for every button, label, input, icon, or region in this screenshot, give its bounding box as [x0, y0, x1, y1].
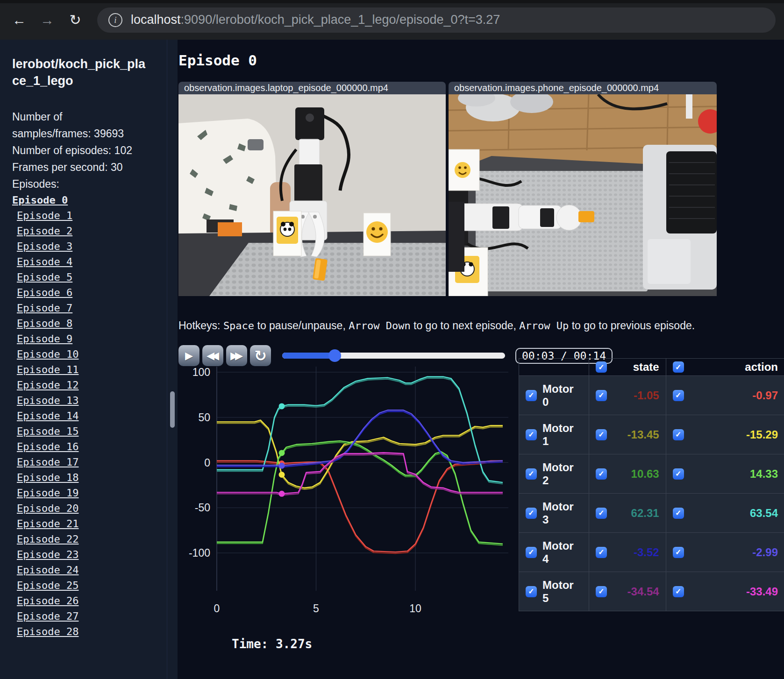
sidebar: lerobot/koch_pick_place_1_lego Number of… — [0, 40, 178, 679]
motor-action-checkbox[interactable]: ✓ — [673, 390, 684, 401]
motor-checkbox[interactable]: ✓ — [526, 468, 537, 480]
sidebar-scrollbar-track[interactable] — [167, 40, 178, 679]
motor-row: ✓Motor 2✓10.63✓14.33 — [519, 454, 784, 494]
motor-action-checkbox[interactable]: ✓ — [673, 508, 684, 519]
motor-action-value: 14.33 — [750, 467, 778, 481]
sidebar-item-episode-21[interactable]: Episode 21 — [17, 516, 178, 531]
sidebar-item-episode-5[interactable]: Episode 5 — [17, 269, 178, 285]
motor-action-checkbox[interactable]: ✓ — [673, 468, 684, 480]
seek-slider[interactable] — [282, 353, 505, 359]
motor-label: Motor 3 — [542, 500, 582, 526]
motor-checkbox[interactable]: ✓ — [526, 508, 537, 519]
sidebar-item-episode-0[interactable]: Episode 0 — [12, 192, 178, 208]
sidebar-item-episode-2[interactable]: Episode 2 — [17, 223, 178, 239]
sidebar-item-episode-14[interactable]: Episode 14 — [17, 408, 178, 424]
sidebar-item-episode-13[interactable]: Episode 13 — [17, 393, 178, 408]
action-column-checkbox[interactable]: ✓ — [673, 361, 684, 373]
sidebar-item-episode-22[interactable]: Episode 22 — [17, 531, 178, 547]
x-tick-label: 10 — [409, 602, 421, 615]
motor-row: ✓Motor 0✓-1.05✓-0.97 — [519, 376, 784, 415]
motor-state-checkbox[interactable]: ✓ — [596, 390, 607, 401]
current-time-marker-motor-3 — [279, 403, 285, 409]
sidebar-item-episode-24[interactable]: Episode 24 — [17, 562, 178, 578]
fast-forward-button[interactable]: ▶▶ — [226, 345, 247, 366]
y-tick-label: -50 — [195, 502, 210, 514]
motor-label: Motor 2 — [542, 461, 582, 487]
reload-icon[interactable]: ↻ — [64, 9, 86, 31]
panda-box — [273, 211, 301, 256]
motor-checkbox[interactable]: ✓ — [526, 390, 537, 401]
motor-state-checkbox[interactable]: ✓ — [596, 586, 607, 597]
sidebar-item-episode-1[interactable]: Episode 1 — [17, 208, 178, 223]
stat-line: samples/frames: 39693 — [12, 125, 162, 142]
motor-state-value: -13.45 — [627, 428, 659, 441]
address-bar[interactable]: i localhost:9090/lerobot/koch_pick_place… — [97, 7, 776, 33]
seek-thumb[interactable] — [328, 349, 341, 362]
sidebar-item-episode-11[interactable]: Episode 11 — [17, 362, 178, 377]
lerobot-visualizer-window: ← → ↻ i localhost:9090/lerobot/koch_pick… — [0, 0, 784, 679]
sidebar-item-episode-10[interactable]: Episode 10 — [17, 347, 178, 362]
sidebar-item-episode-4[interactable]: Episode 4 — [17, 254, 178, 269]
seek-progress — [282, 353, 335, 359]
motor-state-checkbox[interactable]: ✓ — [596, 429, 607, 440]
chart-line-motor-4-action — [217, 410, 503, 466]
site-info-icon[interactable]: i — [108, 13, 122, 27]
sidebar-item-episode-23[interactable]: Episode 23 — [17, 547, 178, 562]
play-button[interactable]: ▶ — [178, 345, 200, 366]
motor-checkbox[interactable]: ✓ — [526, 547, 537, 558]
smiley-box — [363, 213, 391, 256]
motor-row: ✓Motor 1✓-13.45✓-15.29 — [519, 415, 784, 454]
current-time-marker-motor-4 — [279, 463, 285, 469]
dataset-title: lerobot/koch_pick_place_1_lego — [12, 56, 152, 90]
rewind-icon: ◀◀ — [207, 350, 216, 361]
motor-state-value: 62.31 — [631, 507, 659, 520]
sidebar-item-episode-16[interactable]: Episode 16 — [17, 439, 178, 454]
sidebar-item-episode-26[interactable]: Episode 26 — [17, 593, 178, 608]
rewind-button[interactable]: ◀◀ — [202, 345, 223, 366]
chart-line-motor-0-action — [217, 461, 503, 552]
chart-line-motor-5-state — [217, 454, 503, 495]
episodes-label: Episodes: — [12, 176, 162, 192]
browser-toolbar: ← → ↻ i localhost:9090/lerobot/koch_pick… — [0, 0, 784, 40]
current-time-marker-motor-2 — [279, 450, 285, 456]
sidebar-item-episode-7[interactable]: Episode 7 — [17, 300, 178, 316]
sidebar-scrollbar-thumb[interactable] — [170, 391, 175, 428]
sidebar-item-episode-28[interactable]: Episode 28 — [17, 624, 178, 639]
forward-icon[interactable]: → — [36, 9, 58, 31]
stat-line: Number of — [12, 108, 162, 125]
sidebar-item-episode-19[interactable]: Episode 19 — [17, 485, 178, 501]
motor-state-checkbox[interactable]: ✓ — [596, 508, 607, 519]
sidebar-item-episode-27[interactable]: Episode 27 — [17, 608, 178, 624]
motor-action-value: -0.97 — [752, 389, 778, 402]
motor-checkbox[interactable]: ✓ — [526, 586, 537, 597]
motor-action-value: 63.54 — [750, 507, 778, 520]
motor-state-value: -3.52 — [634, 546, 659, 559]
motor-state-checkbox[interactable]: ✓ — [596, 468, 607, 480]
sidebar-item-episode-17[interactable]: Episode 17 — [17, 454, 178, 470]
sidebar-item-episode-12[interactable]: Episode 12 — [17, 377, 178, 393]
sidebar-item-episode-8[interactable]: Episode 8 — [17, 316, 178, 331]
motor-action-checkbox[interactable]: ✓ — [673, 429, 684, 440]
motor-chart[interactable]: 0510100500-50-100 — [178, 364, 510, 623]
motor-action-checkbox[interactable]: ✓ — [673, 586, 684, 597]
sidebar-item-episode-20[interactable]: Episode 20 — [17, 501, 178, 516]
sidebar-item-episode-3[interactable]: Episode 3 — [17, 239, 178, 254]
motor-checkbox[interactable]: ✓ — [526, 429, 537, 440]
sidebar-item-episode-18[interactable]: Episode 18 — [17, 470, 178, 485]
stat-line: Number of episodes: 102 — [12, 142, 162, 159]
play-icon: ▶ — [185, 350, 193, 361]
sidebar-item-episode-15[interactable]: Episode 15 — [17, 424, 178, 439]
smiley-box-top — [449, 149, 479, 191]
loop-icon: ↻ — [254, 347, 267, 365]
motor-action-checkbox[interactable]: ✓ — [673, 547, 684, 558]
video-panel-laptop: observation.images.laptop_episode_000000… — [178, 82, 446, 296]
motor-state-value: -34.54 — [627, 585, 659, 598]
motor-state-checkbox[interactable]: ✓ — [596, 547, 607, 558]
sidebar-item-episode-9[interactable]: Episode 9 — [17, 331, 178, 347]
back-icon[interactable]: ← — [8, 9, 30, 31]
loop-button[interactable]: ↻ — [250, 345, 271, 366]
state-column-checkbox[interactable]: ✓ — [596, 361, 607, 373]
sidebar-item-episode-6[interactable]: Episode 6 — [17, 285, 178, 300]
motor-state-value: 10.63 — [631, 467, 659, 481]
sidebar-item-episode-25[interactable]: Episode 25 — [17, 578, 178, 593]
